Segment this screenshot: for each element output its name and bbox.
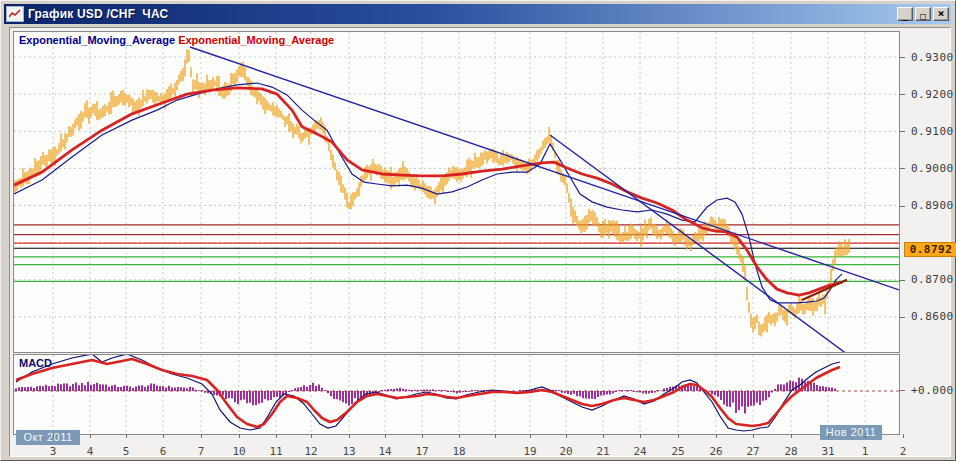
price-tick <box>899 168 905 169</box>
date-tick <box>495 434 496 438</box>
date-tick <box>716 434 717 438</box>
price-axis-label: 0.8600 <box>911 310 954 323</box>
date-axis-label: 13 <box>336 445 362 458</box>
price-tick <box>899 206 905 207</box>
macd-zero-label: +0.000 <box>911 384 954 397</box>
ema-navy-line[interactable] <box>14 83 842 303</box>
date-axis-label: 3 <box>40 445 66 458</box>
date-tick <box>903 434 904 438</box>
date-axis-label: 31 <box>815 445 841 458</box>
price-chart-canvas[interactable] <box>14 32 899 352</box>
close-icon: × <box>938 9 945 19</box>
date-tick <box>201 434 202 438</box>
chart-client-area: Exponential_Moving_Average Exponential_M… <box>9 27 951 457</box>
price-tick <box>899 131 905 132</box>
price-axis-label: 0.9000 <box>911 162 954 175</box>
date-tick <box>791 434 792 438</box>
price-tick <box>899 94 905 95</box>
date-axis-label: 26 <box>703 445 729 458</box>
title-bar[interactable]: График USD /CHF ЧАС _□× <box>4 4 951 24</box>
price-axis-label: 0.8900 <box>911 199 954 212</box>
macd-label: MACD <box>19 357 52 369</box>
macd-panel[interactable]: MACD <box>13 354 900 435</box>
price-axis-label: 0.8700 <box>911 273 954 286</box>
date-tick <box>865 434 866 438</box>
date-axis-label: 25 <box>665 445 691 458</box>
date-axis-label: 18 <box>446 445 472 458</box>
date-tick <box>678 434 679 438</box>
date-tick <box>385 434 386 438</box>
date-tick <box>163 434 164 438</box>
date-tick <box>603 434 604 438</box>
chart-window: График USD /CHF ЧАС _□× Exponential_Movi… <box>0 0 956 461</box>
date-axis-label: 17 <box>409 445 435 458</box>
date-tick <box>459 434 460 438</box>
date-axis-label: 5 <box>113 445 139 458</box>
minimize-button[interactable]: _ <box>897 7 913 21</box>
date-axis-label: 10 <box>226 445 252 458</box>
date-tick <box>126 434 127 438</box>
maximize-icon: □ <box>920 11 925 21</box>
candles <box>15 49 849 336</box>
macd-zero-tick <box>899 390 905 391</box>
price-axis-label: 0.9200 <box>911 88 954 101</box>
macd-canvas[interactable] <box>14 355 899 434</box>
price-axis-label: 0.9300 <box>911 51 954 64</box>
date-axis-label: 2 <box>890 445 916 458</box>
date-tick <box>239 434 240 438</box>
app-icon <box>6 6 24 22</box>
date-axis-label: 6 <box>150 445 176 458</box>
date-axis-label: 20 <box>553 445 579 458</box>
price-axis-label: 0.9100 <box>911 125 954 138</box>
date-axis-label: 14 <box>372 445 398 458</box>
date-tick <box>53 434 54 438</box>
date-tick <box>640 434 641 438</box>
date-axis-label: 12 <box>298 445 324 458</box>
date-tick <box>276 434 277 438</box>
date-tick <box>530 434 531 438</box>
date-tick <box>566 434 567 438</box>
price-chart-panel[interactable]: Exponential_Moving_Average Exponential_M… <box>13 31 900 353</box>
date-tick <box>90 434 91 438</box>
date-axis-label: 4 <box>77 445 103 458</box>
date-tick <box>422 434 423 438</box>
date-axis-label: 19 <box>517 445 543 458</box>
window-controls: _□× <box>897 7 949 21</box>
window-title: График USD /CHF ЧАС <box>28 7 168 21</box>
month-badge-start: Окт 2011 <box>16 430 80 445</box>
month-badge-end: Нов 2011 <box>820 425 882 440</box>
date-axis-label: 27 <box>740 445 766 458</box>
ema-navy-label: Exponential_Moving_Average <box>19 34 175 46</box>
minimize-icon: _ <box>902 11 907 21</box>
date-axis-label: 21 <box>590 445 616 458</box>
down-trendline-long[interactable] <box>190 47 899 290</box>
indicator-labels: Exponential_Moving_Average Exponential_M… <box>19 34 334 46</box>
date-tick <box>828 434 829 438</box>
close-button[interactable]: × <box>933 7 949 21</box>
ema-red-label: Exponential_Moving_Average <box>175 34 334 46</box>
price-tick <box>899 280 905 281</box>
date-axis-label: 24 <box>627 445 653 458</box>
ema-red-line[interactable] <box>14 88 842 295</box>
maximize-button[interactable]: □ <box>915 7 931 21</box>
date-axis-label: 7 <box>188 445 214 458</box>
date-tick <box>349 434 350 438</box>
price-tick <box>899 317 905 318</box>
date-axis-label: 1 <box>852 445 878 458</box>
price-tick <box>899 57 905 58</box>
date-axis-label: 11 <box>263 445 289 458</box>
date-tick <box>311 434 312 438</box>
date-tick <box>753 434 754 438</box>
date-axis-label: 28 <box>778 445 804 458</box>
current-price-box: 0.8792 <box>904 242 956 257</box>
